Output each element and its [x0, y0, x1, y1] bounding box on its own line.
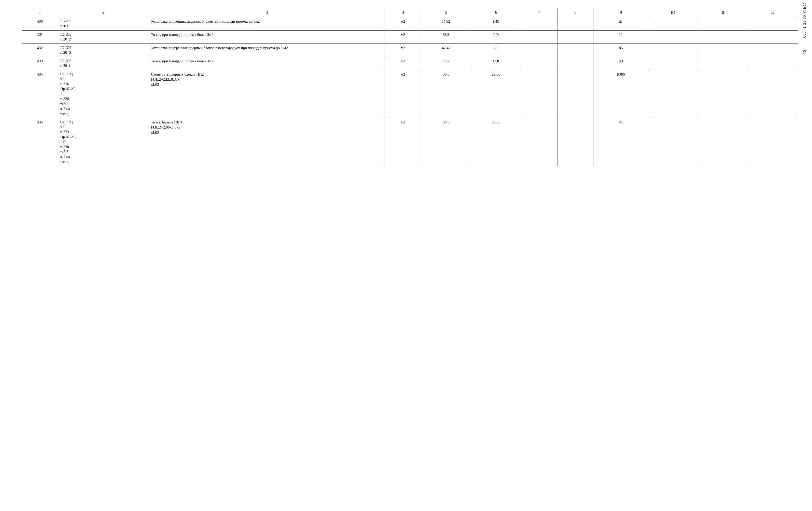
cell-4-11 — [748, 70, 798, 118]
cell-4-7 — [557, 70, 593, 118]
right-margin: 603 -1-33,85 УП(1) - 75 - — [797, 0, 812, 511]
cell-1-3: м2 — [385, 30, 421, 43]
margin-bottom-text: - 75 - — [802, 48, 807, 56]
cell-0-3: м2 — [385, 17, 421, 31]
cell-3-6 — [521, 57, 557, 70]
cell-0-7 — [557, 17, 593, 31]
cell-2-2: Установка внутрен­них дверных блоков в п… — [149, 43, 385, 57]
cell-5-9 — [648, 118, 698, 166]
cell-4-6 — [521, 70, 557, 118]
cell-3-10 — [698, 57, 748, 70]
table-row: 430IO-IO5г.20.IУстановка вну­рен­них две… — [22, 17, 798, 31]
cell-4-10 — [698, 70, 748, 118]
header-col6: 6 — [471, 8, 521, 17]
cell-1-8: I9 — [593, 30, 648, 43]
header-col1: I — [22, 8, 58, 17]
cell-2-1: IO-IO7п.20–3 — [58, 43, 149, 57]
cell-2-0: 432 — [22, 43, 58, 57]
cell-4-0: 434 — [22, 70, 58, 118]
cell-5-11 — [748, 118, 798, 166]
cell-2-8: 85 — [593, 43, 648, 57]
header-col3: 3 — [149, 8, 385, 17]
header-col11: II — [698, 8, 748, 17]
cell-3-0: 433 — [22, 57, 58, 70]
cell-5-1: ССРСЦч.IIп.273Пр.07-27--IOп.228таб.3к-2 … — [58, 118, 149, 166]
cell-1-4: I6,3 — [421, 30, 471, 43]
cell-5-2: То же, блоков ПШII4,8x2+2,06x0,37xxI,02 — [149, 118, 385, 166]
cell-3-2: То же, при площа­ди проема более Зм2 — [149, 57, 385, 70]
header-col9: 9 — [593, 8, 648, 17]
header-col8: 8 — [557, 8, 593, 17]
table-row: 435ССРСЦч.IIп.273Пр.07-27--IOп.228таб.3к… — [22, 118, 798, 166]
header-col5: 5 — [421, 8, 471, 17]
cell-3-3: м2 — [385, 57, 421, 70]
header-col7: 7 — [521, 8, 557, 17]
cell-2-6 — [521, 43, 557, 57]
cell-2-4: 42,47 — [421, 43, 471, 57]
cell-1-0: 43I — [22, 30, 58, 43]
cell-3-5: I,58 — [471, 57, 521, 70]
cell-0-2: Установка вну­рен­них дверных блоков при… — [149, 17, 385, 31]
cell-2-7 — [557, 43, 593, 57]
header-col2: 2 — [58, 8, 149, 17]
cell-4-9 — [648, 70, 698, 118]
cell-4-2: Стоимость двер­ных блоков ПП2I4,4x2+2,I2… — [149, 70, 385, 118]
cell-2-9 — [648, 43, 698, 57]
cell-4-8: IO66 — [593, 70, 648, 118]
cell-5-4: 36,3 — [421, 118, 471, 166]
main-table: I 2 3 4 5 6 7 8 9 IO II I2 430IO-IO5г.20… — [22, 8, 798, 166]
cell-5-10 — [698, 118, 748, 166]
cell-5-8: IIO3 — [593, 118, 648, 166]
cell-0-4: I4,52 — [421, 17, 471, 31]
cell-5-0: 435 — [22, 118, 58, 166]
cell-5-5: 30,38 — [471, 118, 521, 166]
cell-4-3: м2 — [385, 70, 421, 118]
cell-0-0: 430 — [22, 17, 58, 31]
cell-2-10 — [698, 43, 748, 57]
table-row: 432IO-IO7п.20–3Установка внутрен­них две… — [22, 43, 798, 57]
cell-5-6 — [521, 118, 557, 166]
cell-1-2: То же, при площа­ди проема более Зм2 — [149, 30, 385, 43]
cell-2-11 — [748, 43, 798, 57]
cell-2-3: м2 — [385, 43, 421, 57]
cell-3-8: 40 — [593, 57, 648, 70]
cell-1-9 — [648, 30, 698, 43]
cell-0-11 — [748, 17, 798, 31]
cell-1-10 — [698, 30, 748, 43]
cell-0-6 — [521, 17, 557, 31]
cell-0-1: IO-IO5г.20.I — [58, 17, 149, 31]
cell-3-4: 25,2 — [421, 57, 471, 70]
cell-0-10 — [698, 17, 748, 31]
cell-2-5: 2,0 — [471, 43, 521, 57]
table-row: 433IO-IO8п.20-4То же, при площа­ди проем… — [22, 57, 798, 70]
cell-3-9 — [648, 57, 698, 70]
cell-5-3: м2 — [385, 118, 421, 166]
cell-0-8: 2I — [593, 17, 648, 31]
header-row: I 2 3 4 5 6 7 8 9 IO II I2 — [22, 8, 798, 17]
cell-3-1: IO-IO8п.20-4 — [58, 57, 149, 70]
cell-5-7 — [557, 118, 593, 166]
page-wrapper: I 2 3 4 5 6 7 8 9 IO II I2 430IO-IO5г.20… — [0, 0, 812, 511]
table-row: 43IIO-IO6п.20_2То же, при площа­ди проем… — [22, 30, 798, 43]
cell-1-7 — [557, 30, 593, 43]
header-col12: I2 — [748, 8, 798, 17]
cell-1-5: I,I9 — [471, 30, 521, 43]
cell-1-1: IO-IO6п.20_2 — [58, 30, 149, 43]
header-col4: 4 — [385, 8, 421, 17]
cell-1-6 — [521, 30, 557, 43]
cell-4-4: 36,0 — [421, 70, 471, 118]
cell-3-11 — [748, 57, 798, 70]
cell-4-5: 29,60 — [471, 70, 521, 118]
cell-3-7 — [557, 57, 593, 70]
table-row: 434ССРСЦч.IIп.276Пр.07-27--OIп.226таб.3к… — [22, 70, 798, 118]
margin-top-text: 603 -1-33,85 УП(1) — [802, 3, 807, 38]
cell-0-5: I,45 — [471, 17, 521, 31]
table-container: I 2 3 4 5 6 7 8 9 IO II I2 430IO-IO5г.20… — [22, 8, 798, 166]
cell-4-1: ССРСЦч.IIп.276Пр.07-27--OIп.226таб.3к-2 … — [58, 70, 149, 118]
header-col10: IO — [648, 8, 698, 17]
cell-1-11 — [748, 30, 798, 43]
cell-0-9 — [648, 17, 698, 31]
